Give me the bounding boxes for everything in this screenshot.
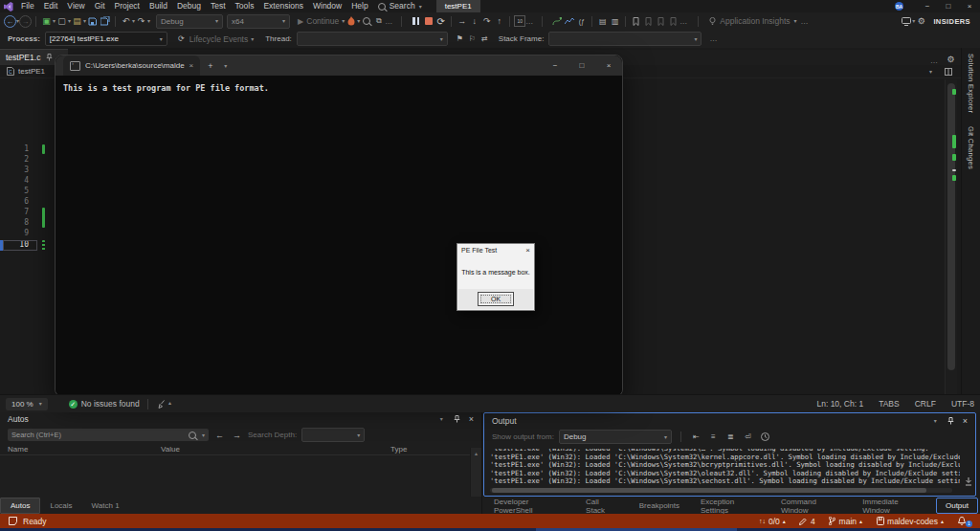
- bookmark-toolbar-overflow[interactable]: …: [679, 17, 688, 26]
- column-name[interactable]: Name: [0, 445, 161, 454]
- edit-and-continue-icon[interactable]: (ƒ: [575, 15, 588, 28]
- save-all-icon[interactable]: [99, 15, 111, 28]
- tab-command-window[interactable]: Command Window: [772, 498, 850, 513]
- pin-icon[interactable]: [453, 413, 461, 426]
- application-insights-control[interactable]: Application Insights ▾ …: [708, 15, 809, 28]
- word-wrap-icon[interactable]: ⏎: [742, 431, 754, 443]
- disassembly-icon[interactable]: 10: [514, 15, 525, 27]
- output-scrollbar[interactable]: [964, 448, 973, 486]
- stop-debugging-icon[interactable]: [422, 15, 434, 28]
- tab-locals[interactable]: Locals: [40, 498, 81, 513]
- console-tab[interactable]: C:\Users\berka\source\malde ×: [63, 55, 200, 76]
- document-dropdown-icon[interactable]: ▾: [929, 69, 932, 75]
- search-depth-dropdown[interactable]: ▾: [301, 428, 365, 442]
- close-panel-icon[interactable]: ×: [469, 414, 474, 424]
- search-control[interactable]: Search ▾: [373, 0, 427, 12]
- search-forward-icon[interactable]: →: [231, 429, 243, 441]
- split-window-icon[interactable]: [944, 65, 952, 77]
- search-input[interactable]: [8, 431, 178, 439]
- find-in-files-icon[interactable]: [360, 15, 372, 28]
- show-next-statement-icon[interactable]: →: [456, 15, 468, 28]
- pending-changes[interactable]: 4: [799, 515, 815, 527]
- thread-dropdown[interactable]: ▾: [297, 32, 448, 46]
- lifecycle-events-icon[interactable]: ⟳: [175, 33, 188, 45]
- tab-breakpoints[interactable]: Breakpoints: [631, 498, 688, 513]
- tab-solution-explorer[interactable]: Solution Explorer: [967, 54, 975, 113]
- menu-file[interactable]: File: [16, 0, 39, 12]
- git-sync-status[interactable]: ↑↓ 0/0 ▴: [759, 517, 786, 526]
- redo-icon[interactable]: ↷: [135, 15, 147, 28]
- tab-immediate-window[interactable]: Immediate Window: [854, 498, 932, 513]
- message-box-titlebar[interactable]: PE File Test ×: [457, 244, 534, 256]
- menu-git[interactable]: Git: [90, 0, 110, 12]
- output-source-dropdown[interactable]: Debug▾: [559, 430, 672, 444]
- navigate-back-icon[interactable]: ←: [4, 15, 16, 28]
- column-type[interactable]: Type: [390, 445, 407, 454]
- toggle-flagged-icon[interactable]: ⇄: [479, 33, 491, 45]
- settings-sync-icon[interactable]: ⚙: [915, 15, 927, 28]
- diagnostic-tools-icon[interactable]: [563, 15, 575, 28]
- lifecycle-events-dropdown[interactable]: ▾: [251, 36, 254, 42]
- caret-position[interactable]: Ln: 10, Ch: 1: [816, 399, 863, 409]
- line-endings[interactable]: CRLF: [915, 399, 936, 409]
- account-avatar[interactable]: BA: [895, 2, 903, 11]
- flag-filled-icon[interactable]: ⚑: [454, 33, 466, 45]
- previous-bookmark-icon[interactable]: [642, 15, 655, 28]
- redo-dropdown[interactable]: ▾: [147, 18, 150, 24]
- tab-developer-powershell[interactable]: Developer PowerShell: [485, 498, 573, 513]
- menu-extensions[interactable]: Extensions: [258, 0, 308, 12]
- close-button[interactable]: ×: [959, 0, 980, 12]
- threads-window-icon[interactable]: ▤: [596, 15, 609, 28]
- console-maximize-button[interactable]: □: [568, 59, 595, 72]
- pin-icon[interactable]: [947, 415, 955, 428]
- search-options-dropdown[interactable]: ▾: [202, 432, 205, 438]
- menu-project[interactable]: Project: [110, 0, 145, 12]
- restart-icon[interactable]: ⟳: [434, 15, 447, 28]
- process-dropdown[interactable]: [22764] testPE1.exe▾: [45, 32, 167, 46]
- bookmark-window-icon[interactable]: [667, 15, 679, 28]
- undo-icon[interactable]: ↶: [120, 15, 132, 28]
- console-titlebar[interactable]: C:\Users\berka\source\malde × + ▾ − □ ×: [56, 55, 622, 76]
- tab-output[interactable]: Output: [936, 498, 978, 514]
- console-body[interactable]: This is a test program for PE file forma…: [56, 76, 622, 396]
- continue-button[interactable]: ▶ Continue ▾: [298, 16, 345, 26]
- notifications-bell[interactable]: 1: [957, 515, 972, 527]
- tab-watch-1[interactable]: Watch 1: [82, 498, 129, 513]
- autos-scrollbar[interactable]: ▴: [470, 448, 481, 497]
- location-toolbar-overflow[interactable]: …: [709, 34, 718, 43]
- code-cleanup-broom-icon[interactable]: [156, 398, 168, 410]
- breadcrumb-item[interactable]: testPE1: [18, 67, 45, 76]
- solution-configurations-dropdown[interactable]: Debug▾: [156, 14, 223, 29]
- menu-tools[interactable]: Tools: [231, 0, 259, 12]
- repository-picker[interactable]: maldev-codes ▴: [876, 515, 944, 527]
- zoom-level-dropdown[interactable]: 100 %▾: [6, 398, 48, 410]
- background-tasks-icon[interactable]: [8, 515, 17, 527]
- search-back-icon[interactable]: ←: [213, 429, 226, 441]
- tab-exception-settings[interactable]: Exception Settings: [692, 498, 768, 513]
- console-minimize-button[interactable]: −: [542, 59, 568, 72]
- menu-view[interactable]: View: [62, 0, 89, 12]
- debug-toolbar-overflow[interactable]: …: [525, 17, 534, 26]
- editor-scrollbar[interactable]: [945, 79, 957, 394]
- navigate-forward-icon[interactable]: →: [19, 15, 32, 28]
- autos-search-box[interactable]: ▾: [8, 429, 209, 441]
- tabstrip-overflow[interactable]: …: [930, 56, 939, 65]
- toggle-bookmark-icon[interactable]: [630, 15, 642, 28]
- minimize-button[interactable]: −: [917, 0, 938, 12]
- column-value[interactable]: Value: [161, 445, 390, 454]
- clear-all-icon[interactable]: ≣: [724, 431, 737, 443]
- next-bookmark-icon[interactable]: [655, 15, 667, 28]
- current-branch[interactable]: main ▴: [829, 515, 862, 527]
- menu-window[interactable]: Window: [308, 0, 346, 12]
- hot-reload-icon[interactable]: [345, 15, 357, 28]
- console-tab-close-icon[interactable]: ×: [189, 61, 194, 70]
- message-box-close-icon[interactable]: ×: [525, 246, 530, 254]
- pin-tab-icon[interactable]: [45, 52, 53, 64]
- new-project-icon[interactable]: ▣: [40, 15, 53, 28]
- menu-help[interactable]: Help: [346, 0, 372, 12]
- step-out-icon[interactable]: ↑: [493, 15, 505, 28]
- solution-platforms-dropdown[interactable]: x64▾: [227, 14, 290, 29]
- new-file-icon[interactable]: ▢: [56, 15, 68, 28]
- find-next-icon[interactable]: ⧉: [372, 15, 385, 28]
- send-feedback-icon[interactable]: [900, 15, 912, 28]
